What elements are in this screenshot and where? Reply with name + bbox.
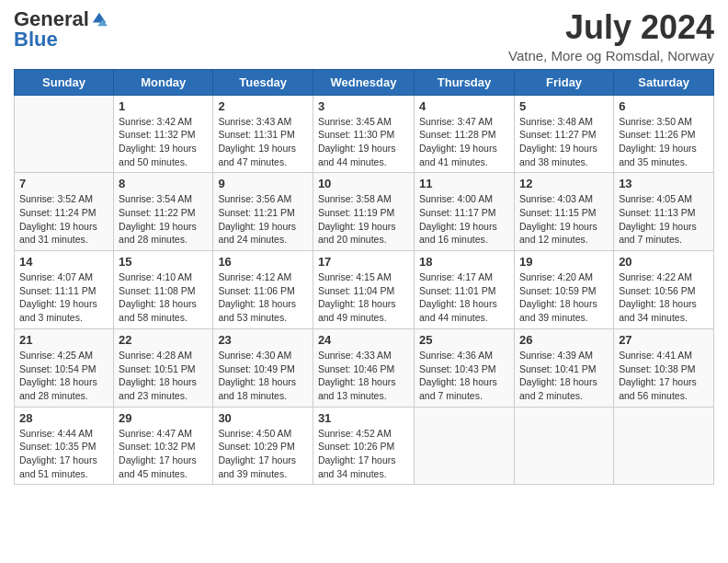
calendar-cell: 11Sunrise: 4:00 AMSunset: 11:17 PMDaylig… [415, 173, 515, 251]
day-info: Sunrise: 4:50 AMSunset: 10:29 PMDaylight… [218, 427, 308, 481]
calendar-cell: 10Sunrise: 3:58 AMSunset: 11:19 PMDaylig… [313, 173, 414, 251]
day-number: 28 [19, 411, 108, 425]
day-number: 25 [419, 333, 509, 347]
calendar-cell: 7Sunrise: 3:52 AMSunset: 11:24 PMDayligh… [15, 173, 114, 251]
day-number: 26 [519, 333, 609, 347]
day-number: 13 [619, 177, 709, 190]
day-number: 6 [619, 99, 709, 113]
calendar-cell: 5Sunrise: 3:48 AMSunset: 11:27 PMDayligh… [515, 95, 614, 173]
day-info: Sunrise: 4:22 AMSunset: 10:56 PMDaylight… [619, 270, 709, 325]
day-info: Sunrise: 4:12 AMSunset: 11:06 PMDaylight… [218, 270, 308, 325]
calendar-cell: 6Sunrise: 3:50 AMSunset: 11:26 PMDayligh… [614, 95, 714, 173]
column-header-saturday: Saturday [614, 69, 714, 95]
day-info: Sunrise: 3:42 AMSunset: 11:32 PMDaylight… [119, 115, 208, 169]
calendar-cell: 24Sunrise: 4:33 AMSunset: 10:46 PMDaylig… [313, 328, 414, 407]
day-info: Sunrise: 4:03 AMSunset: 11:15 PMDaylight… [519, 192, 609, 247]
calendar-cell: 26Sunrise: 4:39 AMSunset: 10:41 PMDaylig… [515, 328, 614, 407]
calendar-cell: 17Sunrise: 4:15 AMSunset: 11:04 PMDaylig… [313, 251, 414, 329]
day-number: 1 [119, 99, 208, 113]
day-info: Sunrise: 3:48 AMSunset: 11:27 PMDaylight… [519, 115, 609, 169]
calendar-cell: 28Sunrise: 4:44 AMSunset: 10:35 PMDaylig… [15, 407, 114, 485]
day-number: 19 [519, 255, 609, 269]
calendar-cell [15, 95, 114, 173]
day-info: Sunrise: 4:28 AMSunset: 10:51 PMDaylight… [119, 349, 208, 403]
calendar-week-row: 28Sunrise: 4:44 AMSunset: 10:35 PMDaylig… [15, 407, 714, 485]
day-number: 22 [119, 333, 208, 347]
day-number: 23 [218, 333, 308, 347]
logo: General Blue [14, 9, 108, 50]
calendar-week-row: 21Sunrise: 4:25 AMSunset: 10:54 PMDaylig… [15, 328, 714, 407]
day-info: Sunrise: 4:10 AMSunset: 11:08 PMDaylight… [119, 270, 208, 325]
day-info: Sunrise: 3:58 AMSunset: 11:19 PMDaylight… [318, 192, 409, 247]
day-info: Sunrise: 4:05 AMSunset: 11:13 PMDaylight… [619, 192, 709, 247]
calendar-cell: 29Sunrise: 4:47 AMSunset: 10:32 PMDaylig… [114, 407, 213, 485]
calendar-cell: 23Sunrise: 4:30 AMSunset: 10:49 PMDaylig… [213, 328, 313, 407]
column-header-tuesday: Tuesday [213, 69, 313, 95]
day-number: 3 [318, 99, 409, 113]
day-number: 29 [119, 411, 208, 425]
calendar-cell [614, 407, 714, 485]
calendar-cell: 13Sunrise: 4:05 AMSunset: 11:13 PMDaylig… [614, 173, 714, 251]
day-info: Sunrise: 4:25 AMSunset: 10:54 PMDaylight… [19, 349, 108, 403]
day-info: Sunrise: 4:07 AMSunset: 11:11 PMDaylight… [19, 270, 108, 325]
day-number: 5 [519, 99, 609, 113]
day-number: 4 [419, 99, 509, 113]
day-info: Sunrise: 4:44 AMSunset: 10:35 PMDaylight… [19, 427, 108, 481]
calendar-cell: 4Sunrise: 3:47 AMSunset: 11:28 PMDayligh… [415, 95, 515, 173]
day-number: 15 [119, 255, 208, 269]
calendar-cell: 31Sunrise: 4:52 AMSunset: 10:26 PMDaylig… [313, 407, 414, 485]
calendar-cell: 30Sunrise: 4:50 AMSunset: 10:29 PMDaylig… [213, 407, 313, 485]
calendar-cell: 15Sunrise: 4:10 AMSunset: 11:08 PMDaylig… [114, 251, 213, 329]
logo-blue-text: Blue [14, 29, 58, 50]
calendar-table: SundayMondayTuesdayWednesdayThursdayFrid… [14, 69, 714, 486]
day-info: Sunrise: 3:47 AMSunset: 11:28 PMDaylight… [419, 115, 509, 169]
day-number: 18 [419, 255, 509, 269]
location-title: Vatne, More og Romsdal, Norway [508, 48, 714, 63]
day-number: 20 [619, 255, 709, 269]
column-header-friday: Friday [515, 69, 614, 95]
day-info: Sunrise: 4:39 AMSunset: 10:41 PMDaylight… [519, 349, 609, 403]
day-number: 10 [318, 177, 409, 190]
calendar-week-row: 1Sunrise: 3:42 AMSunset: 11:32 PMDayligh… [15, 95, 714, 173]
calendar-cell: 25Sunrise: 4:36 AMSunset: 10:43 PMDaylig… [415, 328, 515, 407]
calendar-cell: 3Sunrise: 3:45 AMSunset: 11:30 PMDayligh… [313, 95, 414, 173]
day-info: Sunrise: 4:47 AMSunset: 10:32 PMDaylight… [119, 427, 208, 481]
day-number: 24 [318, 333, 409, 347]
column-header-monday: Monday [114, 69, 213, 95]
day-info: Sunrise: 3:56 AMSunset: 11:21 PMDaylight… [218, 192, 308, 247]
day-number: 8 [119, 177, 208, 190]
calendar-cell: 19Sunrise: 4:20 AMSunset: 10:59 PMDaylig… [515, 251, 614, 329]
day-number: 31 [318, 411, 409, 425]
day-info: Sunrise: 3:45 AMSunset: 11:30 PMDaylight… [318, 115, 409, 169]
day-info: Sunrise: 4:20 AMSunset: 10:59 PMDaylight… [519, 270, 609, 325]
day-info: Sunrise: 4:33 AMSunset: 10:46 PMDaylight… [318, 349, 409, 403]
calendar-cell: 14Sunrise: 4:07 AMSunset: 11:11 PMDaylig… [15, 251, 114, 329]
day-number: 17 [318, 255, 409, 269]
day-number: 7 [19, 177, 108, 190]
column-header-wednesday: Wednesday [313, 69, 414, 95]
calendar-cell [415, 407, 515, 485]
calendar-header-row: SundayMondayTuesdayWednesdayThursdayFrid… [15, 69, 714, 95]
page-header: General Blue July 2024 Vatne, More og Ro… [14, 9, 714, 63]
day-number: 2 [218, 99, 308, 113]
calendar-cell: 9Sunrise: 3:56 AMSunset: 11:21 PMDayligh… [213, 173, 313, 251]
logo-general-text: General [14, 9, 89, 29]
day-info: Sunrise: 3:50 AMSunset: 11:26 PMDaylight… [619, 115, 709, 169]
day-info: Sunrise: 4:00 AMSunset: 11:17 PMDaylight… [419, 192, 509, 247]
day-info: Sunrise: 4:30 AMSunset: 10:49 PMDaylight… [218, 349, 308, 403]
calendar-cell: 27Sunrise: 4:41 AMSunset: 10:38 PMDaylig… [614, 328, 714, 407]
day-info: Sunrise: 3:43 AMSunset: 11:31 PMDaylight… [218, 115, 308, 169]
day-info: Sunrise: 4:17 AMSunset: 11:01 PMDaylight… [419, 270, 509, 325]
day-number: 21 [19, 333, 108, 347]
calendar-cell [515, 407, 614, 485]
day-number: 16 [218, 255, 308, 269]
day-info: Sunrise: 3:52 AMSunset: 11:24 PMDaylight… [19, 192, 108, 247]
calendar-week-row: 7Sunrise: 3:52 AMSunset: 11:24 PMDayligh… [15, 173, 714, 251]
day-info: Sunrise: 4:52 AMSunset: 10:26 PMDaylight… [318, 427, 409, 481]
calendar-cell: 2Sunrise: 3:43 AMSunset: 11:31 PMDayligh… [213, 95, 313, 173]
day-info: Sunrise: 3:54 AMSunset: 11:22 PMDaylight… [119, 192, 208, 247]
calendar-week-row: 14Sunrise: 4:07 AMSunset: 11:11 PMDaylig… [15, 251, 714, 329]
calendar-cell: 18Sunrise: 4:17 AMSunset: 11:01 PMDaylig… [415, 251, 515, 329]
day-number: 11 [419, 177, 509, 190]
calendar-cell: 20Sunrise: 4:22 AMSunset: 10:56 PMDaylig… [614, 251, 714, 329]
